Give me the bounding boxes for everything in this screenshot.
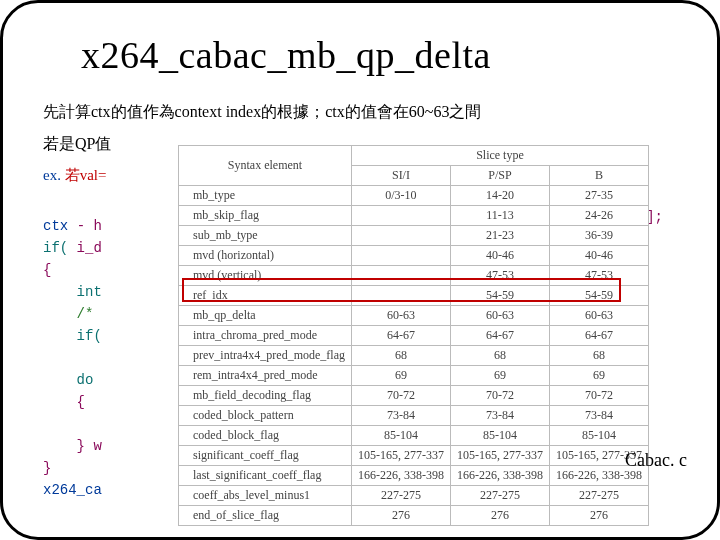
table-row: rem_intra4x4_pred_mode696969 (179, 366, 649, 386)
slide-title: x264_cabac_mb_qp_delta (81, 33, 689, 77)
code-l8a: do (43, 372, 93, 388)
table-row: intra_chroma_pred_mode64-6764-6764-67 (179, 326, 649, 346)
table-row: mb_skip_flag11-1324-26 (179, 206, 649, 226)
table-row: sub_mb_type21-2336-39 (179, 226, 649, 246)
example-prefix: ex. (43, 167, 65, 183)
th-si-i: SI/I (351, 166, 450, 186)
context-index-table: Syntax element Slice type SI/I P/SP B mb… (178, 145, 649, 526)
code-l13: x264_ca (43, 482, 102, 498)
th-b: B (549, 166, 648, 186)
table-row: mb_field_decoding_flag70-7270-7270-72 (179, 386, 649, 406)
description-line-1: 先計算ctx的值作為context index的根據；ctx的值會在60~63之… (43, 101, 689, 123)
code-l11: } w (43, 438, 102, 454)
table-row: last_significant_coeff_flag166-226, 338-… (179, 466, 649, 486)
code-l1b: - h (77, 218, 102, 234)
code-l6b (102, 328, 110, 344)
slide-frame: x264_cabac_mb_qp_delta 先計算ctx的值作為context… (0, 0, 720, 540)
line1-text: 先計算ctx的值作為context index的根據；ctx的值會在60~63之… (43, 103, 481, 120)
code-l4b (102, 284, 110, 300)
code-l9: { (43, 394, 85, 410)
table-row: mb_type0/3-1014-2027-35 (179, 186, 649, 206)
table-row: ref_idx54-5954-59 (179, 286, 649, 306)
table-row: coeff_abs_level_minus1227-275227-275227-… (179, 486, 649, 506)
table-row: end_of_slice_flag276276276 (179, 506, 649, 526)
table-body: mb_type0/3-1014-2027-35 mb_skip_flag11-1… (179, 186, 649, 526)
example-cjk: 若 (65, 167, 80, 183)
source-file-label: Cabac. c (625, 450, 687, 471)
code-l1a: ctx (43, 218, 68, 234)
table-row: prev_intra4x4_pred_mode_flag686868 (179, 346, 649, 366)
code-l2a: if( (43, 240, 68, 256)
code-l3: { (43, 262, 51, 278)
th-p-sp: P/SP (450, 166, 549, 186)
table-row: mb_qp_delta60-6360-6360-63 (179, 306, 649, 326)
table-row: coded_block_flag85-10485-10485-104 (179, 426, 649, 446)
code-l5: /* (43, 306, 93, 322)
example-var: val= (80, 167, 107, 183)
table-header-row-1: Syntax element Slice type (179, 146, 649, 166)
th-syntax-element: Syntax element (179, 146, 352, 186)
code-fragment: ctx - h if( i_d { int /* if( do { } w } … (43, 193, 110, 523)
code-l2b: i_d (68, 240, 102, 256)
table-row: coded_block_pattern73-8473-8473-84 (179, 406, 649, 426)
code-l6a: if( (43, 328, 102, 344)
table-row: mvd (horizontal)40-4640-46 (179, 246, 649, 266)
table-row: mvd (vertical)47-5347-53 (179, 266, 649, 286)
line2-text: 若是QP值 (43, 135, 111, 152)
code-l4a: int (43, 284, 102, 300)
table-row: significant_coeff_flag105-165, 277-33710… (179, 446, 649, 466)
th-slice-type: Slice type (351, 146, 648, 166)
code-l12: } (43, 460, 51, 476)
